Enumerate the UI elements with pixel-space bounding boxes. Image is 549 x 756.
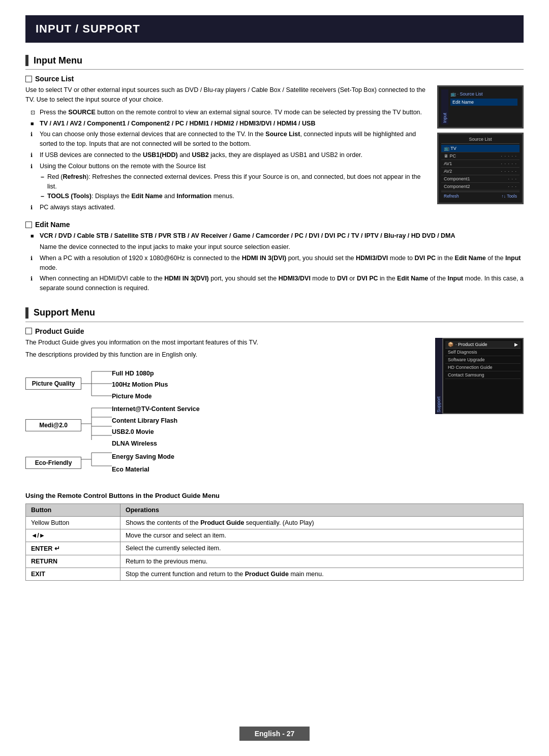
table-cell-op-2: Move the cursor and select an item.: [120, 529, 523, 542]
diagram-picture-items: Full HD 1080p 100Hz Motion Plus Picture …: [112, 367, 200, 402]
table-row: ENTER ↵ Select the currently selected it…: [26, 542, 524, 555]
table-cell-button-5: EXIT: [26, 568, 120, 580]
table-cell-op-3: Select the currently selected item.: [120, 542, 523, 555]
diagram-left-col: Picture Quality Medi@2.0 Eco-Friendl: [25, 366, 81, 476]
edit-name-heading: Edit Name: [25, 220, 524, 229]
table-header-button: Button: [26, 503, 120, 516]
source-list-note6: ℹ PC always stays activated.: [30, 203, 429, 212]
diagram-medi-items: Internet@TV-Content Service Content Libr…: [112, 403, 200, 449]
footer-label: English - 27: [255, 730, 295, 738]
support-screen-area: Support 📦 · Product Guide ▶ Self Diagnos…: [435, 338, 524, 484]
support-screen-title: · Product Guide: [455, 342, 487, 347]
diagram-box-medi: Medi@2.0: [25, 419, 81, 431]
product-guide-heading: Product Guide: [25, 327, 524, 335]
connector-svg: [81, 366, 112, 476]
tv-screen-box-2: Source List 📺 TV 🖥 PC· · · · · AV1· · · …: [437, 133, 524, 204]
support-screen-top: 📦 · Product Guide ▶: [445, 341, 521, 349]
info5-icon: ℹ: [30, 254, 40, 263]
support-item-upgrade: Software Upgrade: [445, 356, 521, 364]
diagram-item-fullhd: Full HD 1080p: [112, 368, 200, 379]
tv-s2-title: Source List: [441, 137, 520, 144]
table-cell-button-4: RETURN: [26, 555, 120, 568]
table-cell-button-1: Yellow Button: [26, 516, 120, 529]
product-guide-text: The Product Guide gives you information …: [25, 338, 427, 484]
page: INPUT / SUPPORT Input Menu Source List U…: [0, 0, 549, 756]
diagram-item-usb2movie: USB2.0 Movie: [112, 427, 200, 437]
info-icon: ℹ: [30, 130, 40, 139]
diagram-box-eco: Eco-Friendly: [25, 457, 81, 469]
table-cell-op-4: Return to the previous menu.: [120, 555, 523, 568]
product-guide-content: The Product Guide gives you information …: [25, 338, 524, 484]
section-bar: [25, 55, 28, 66]
tv-footer-tools: ↑↓ Tools: [501, 194, 517, 199]
tv-row-component2: Component2· · ·: [441, 183, 520, 191]
table-row: EXIT Stop the current function and retur…: [26, 568, 524, 580]
tv-row-tv: 📺 TV: [441, 145, 520, 152]
support-item-contact: Contact Samsung: [445, 371, 521, 379]
checkbox-icon-2: [25, 222, 32, 228]
blacksquare-icon-2: ■: [30, 232, 40, 240]
section-input-header: Input Menu: [25, 55, 524, 70]
source-list-note2: ■ TV / AV1 / AV2 / Component1 / Componen…: [30, 119, 429, 129]
table-row: RETURN Return to the previous menu.: [26, 555, 524, 568]
checkbox-icon: [25, 76, 32, 82]
page-footer: English - 27: [0, 727, 549, 741]
support-item-hdconn: HD Connection Guide: [445, 364, 521, 371]
source-list-description: Use to select TV or other external input…: [25, 85, 429, 105]
section-input-title: Input Menu: [34, 55, 82, 66]
info6-icon: ℹ: [30, 274, 40, 283]
diagram-box-picture: Picture Quality: [25, 377, 81, 390]
checkbox-icon-3: [25, 328, 32, 334]
dash-item-1: – Red (Refresh): Refreshes the connected…: [41, 172, 429, 192]
diagram-item-internet: Internet@TV-Content Service: [112, 404, 200, 414]
diagram-item-contentlib: Content Library Flash: [112, 416, 200, 426]
dash-item-2: – TOOLS (Tools): Displays the Edit Name …: [41, 192, 429, 201]
section-bar-2: [25, 307, 28, 319]
diagram-item-100hz: 100Hz Motion Plus: [112, 380, 200, 390]
support-side-label: Support: [435, 338, 442, 414]
blank-icon: [30, 243, 40, 251]
table-cell-button-3: ENTER ↵: [26, 542, 120, 555]
tv-screens: Input 📺 · Source List Edit Name Source L…: [437, 85, 524, 213]
source-list-note5: ℹ Using the Colour buttons on the remote…: [30, 162, 429, 171]
edit-name-note4: ℹ When connecting an HDMI/DVI cable to t…: [30, 274, 524, 293]
tv-row-component1: Component1· · ·: [441, 175, 520, 183]
edit-name-note3: ℹ When a PC with a resolution of 1920 x …: [30, 254, 524, 273]
info4-icon: ℹ: [30, 203, 40, 212]
source-list-text: Use to select TV or other external input…: [25, 85, 429, 213]
section-support-header: Support Menu: [25, 307, 524, 322]
remote-icon: ⊡: [30, 108, 40, 117]
source-list-note1: ⊡ Press the SOURCE button on the remote …: [30, 108, 429, 117]
source-list-note4: ℹ If USB devices are connected to the US…: [30, 150, 429, 160]
section-support-title: Support Menu: [34, 307, 95, 318]
tv-screen-1: Input 📺 · Source List Edit Name: [437, 85, 524, 129]
footer-badge: English - 27: [239, 727, 310, 741]
diagram-right-col: Full HD 1080p 100Hz Motion Plus Picture …: [112, 366, 200, 476]
table-cell-op-5: Stop the current function and return to …: [120, 568, 523, 580]
product-guide-section: Product Guide The Product Guide gives yo…: [25, 327, 524, 581]
diagram-item-dlna: DLNA Wireless: [112, 438, 200, 449]
product-guide-desc1: The Product Guide gives you information …: [25, 338, 427, 348]
tv-row-av1: AV1· · · · ·: [441, 160, 520, 168]
table-row: ◄/► Move the cursor and select an item.: [26, 529, 524, 542]
diagram-item-ecomaterial: Eco Material: [112, 464, 200, 475]
product-guide-diagram: Picture Quality Medi@2.0 Eco-Friendl: [25, 366, 427, 476]
table-cell-button-2: ◄/►: [26, 529, 120, 542]
table-cell-op-1: Shows the contents of the Product Guide …: [120, 516, 523, 529]
diagram-eco-items: Energy Saving Mode Eco Material: [112, 450, 200, 476]
info3-icon: ℹ: [30, 162, 40, 171]
tv-side-label-1: Input: [441, 89, 448, 124]
support-screen-box: 📦 · Product Guide ▶ Self Diagnosis Softw…: [442, 338, 524, 414]
edit-name-section: Edit Name ■ VCR / DVD / Cable STB / Sate…: [25, 220, 524, 293]
product-guide-desc2: The descriptions provided by this functi…: [25, 350, 427, 360]
blacksquare-icon: ■: [30, 119, 40, 128]
source-list-note3: ℹ You can choose only those external dev…: [30, 130, 429, 149]
source-list-content: Use to select TV or other external input…: [25, 85, 524, 213]
remote-control-table: Button Operations Yellow Button Shows th…: [25, 503, 524, 581]
tv-screen-box-1: Input 📺 · Source List Edit Name: [437, 85, 524, 129]
edit-name-note2: Name the device connected to the input j…: [30, 242, 524, 252]
remote-table-heading: Using the Remote Control Buttons in the …: [25, 492, 524, 499]
table-header-operations: Operations: [120, 503, 523, 516]
info2-icon: ℹ: [30, 151, 40, 160]
support-item-selfdiag: Self Diagnosis: [445, 349, 521, 356]
